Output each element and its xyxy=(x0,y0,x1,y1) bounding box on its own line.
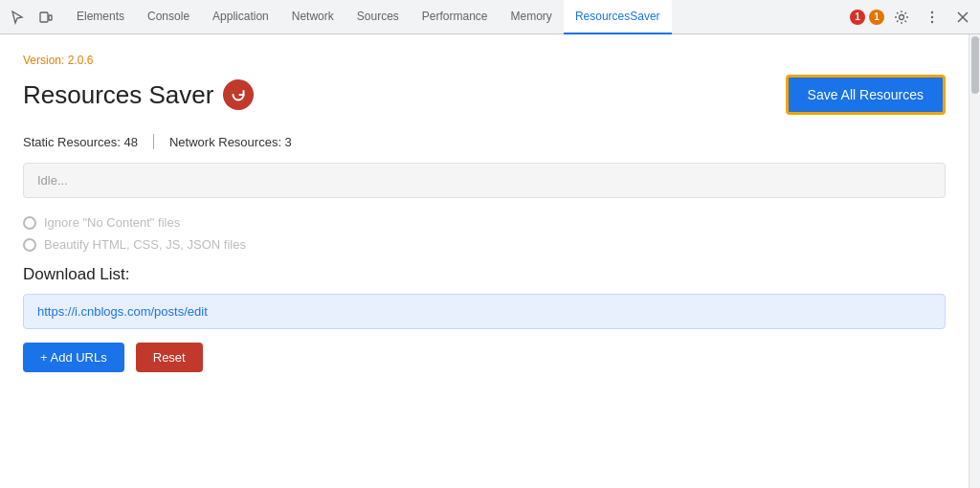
reset-button[interactable]: Reset xyxy=(136,343,203,372)
content-area: Version: 2.0.6 Resources Saver Save All … xyxy=(0,34,969,488)
tab-network[interactable]: Network xyxy=(280,0,345,34)
radio-ignore[interactable] xyxy=(23,216,36,230)
tab-performance[interactable]: Performance xyxy=(411,0,500,34)
devtools-tabbar: Elements Console Application Network Sou… xyxy=(0,0,980,34)
title-row: Resources Saver Save All Resources xyxy=(23,75,946,115)
cursor-icon[interactable] xyxy=(4,4,31,31)
svg-point-5 xyxy=(931,20,933,22)
devtools-icons xyxy=(4,4,59,31)
title-left: Resources Saver xyxy=(23,79,254,110)
tab-memory[interactable]: Memory xyxy=(500,0,564,34)
close-icon[interactable] xyxy=(949,4,976,31)
svg-rect-1 xyxy=(49,15,52,20)
radio-beautify[interactable] xyxy=(23,238,36,252)
refresh-icon[interactable] xyxy=(223,79,254,110)
tab-sources[interactable]: Sources xyxy=(345,0,411,34)
devtools-right-icons: 1 1 xyxy=(850,4,976,31)
option-row-2: Beautify HTML, CSS, JS, JSON files xyxy=(23,237,946,252)
tab-elements[interactable]: Elements xyxy=(65,0,136,34)
main-layout: Version: 2.0.6 Resources Saver Save All … xyxy=(0,34,980,488)
tab-application[interactable]: Application xyxy=(201,0,280,34)
stats-row: Static Resources: 48 Network Resources: … xyxy=(23,134,946,149)
svg-point-4 xyxy=(931,15,933,17)
error-count-badge: 1 xyxy=(850,10,865,25)
app-title: Resources Saver xyxy=(23,80,213,110)
settings-icon[interactable] xyxy=(888,4,915,31)
tab-resourcessaver[interactable]: ResourcesSaver xyxy=(564,0,672,34)
device-icon[interactable] xyxy=(33,4,59,31)
add-urls-button[interactable]: + Add URLs xyxy=(23,343,124,372)
svg-point-2 xyxy=(900,14,904,19)
url-display: https://i.cnblogs.com/posts/edit xyxy=(23,294,946,329)
svg-rect-0 xyxy=(40,12,48,22)
download-list-label: Download List: xyxy=(23,265,946,284)
save-all-button[interactable]: Save All Resources xyxy=(786,75,946,115)
stats-divider xyxy=(153,134,154,149)
option-row-1: Ignore "No Content" files xyxy=(23,215,946,230)
scrollbar-thumb[interactable] xyxy=(971,36,979,94)
svg-point-3 xyxy=(931,11,933,12)
more-icon[interactable] xyxy=(919,4,946,31)
action-buttons: + Add URLs Reset xyxy=(23,343,946,372)
status-bar: Idle... xyxy=(23,163,946,198)
tab-console[interactable]: Console xyxy=(136,0,201,34)
scrollbar-track[interactable] xyxy=(969,34,980,488)
network-resources-stat: Network Resources: 3 xyxy=(169,135,292,149)
option-label-2: Beautify HTML, CSS, JS, JSON files xyxy=(44,237,246,252)
version-label: Version: 2.0.6 xyxy=(23,54,946,67)
warning-count-badge: 1 xyxy=(869,10,884,25)
option-label-1: Ignore "No Content" files xyxy=(44,215,180,230)
error-badge: 1 xyxy=(850,10,865,25)
warning-badge: 1 xyxy=(869,10,884,25)
static-resources-stat: Static Resources: 48 xyxy=(23,135,138,149)
